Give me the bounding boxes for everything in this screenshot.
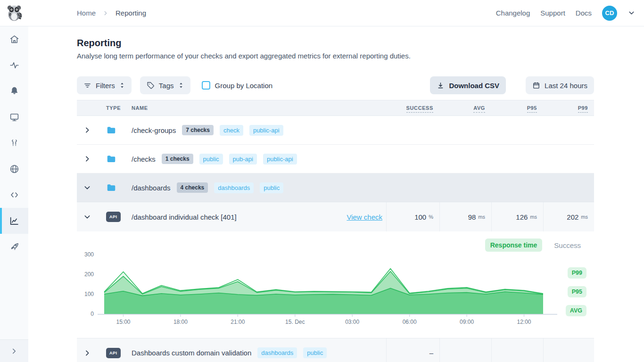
activity-icon xyxy=(9,60,19,70)
account-menu-chevron-icon[interactable] xyxy=(627,9,636,17)
toolbar: Filters Tags Group by Location Download … xyxy=(77,76,594,94)
changelog-link[interactable]: Changelog xyxy=(496,9,530,17)
sidebar-item-snippets[interactable] xyxy=(0,182,28,208)
svg-text:03:00: 03:00 xyxy=(345,319,359,325)
col-avg[interactable]: AVG xyxy=(439,105,491,111)
legend-avg: AVG xyxy=(566,305,586,316)
sidebar-item-quickstart[interactable] xyxy=(0,234,28,260)
sidebar-expand-button[interactable] xyxy=(0,339,28,362)
download-csv-button[interactable]: Download CSV xyxy=(430,76,506,94)
download-csv-label: Download CSV xyxy=(449,82,499,90)
folder-icon xyxy=(106,154,116,164)
p95-cell: 126ms xyxy=(491,202,543,231)
success-cell: 100% xyxy=(386,202,439,231)
monitor-icon xyxy=(9,112,19,122)
svg-text:200: 200 xyxy=(84,271,94,278)
sort-arrows-icon xyxy=(178,82,184,89)
bell-icon xyxy=(9,86,19,96)
topbar: Home Reporting Changelog Support Docs CD xyxy=(0,0,644,26)
expand-row-button[interactable] xyxy=(77,349,98,357)
legend-p95: P95 xyxy=(568,286,586,297)
p99-cell: 202ms xyxy=(543,202,594,231)
row-name[interactable]: /check-groups xyxy=(132,126,176,134)
svg-text:18:00: 18:00 xyxy=(173,319,188,325)
col-p99[interactable]: P99 xyxy=(543,105,594,111)
check-count-badge: 7 checks xyxy=(182,125,214,135)
col-name: NAME xyxy=(132,105,386,111)
tag-pill[interactable]: dashboards xyxy=(257,347,297,358)
filters-button[interactable]: Filters xyxy=(77,76,132,94)
date-range-button[interactable]: Last 24 hours xyxy=(526,76,594,94)
group-by-location-checkbox[interactable] xyxy=(202,81,210,90)
expand-row-button[interactable] xyxy=(77,126,98,134)
tag-pill[interactable]: pub-api xyxy=(229,154,257,165)
reporting-table: TYPE NAME SUCCESS AVG P95 P99 /check-gro… xyxy=(77,100,594,362)
tag-pill[interactable]: public-api xyxy=(263,154,297,165)
chevron-down-icon xyxy=(83,184,91,191)
filters-label: Filters xyxy=(96,82,115,90)
tag-pill[interactable]: public xyxy=(260,182,283,193)
rocket-icon xyxy=(9,242,19,252)
collapse-row-button[interactable] xyxy=(77,184,98,191)
breadcrumb-current: Reporting xyxy=(116,9,146,17)
svg-text:300: 300 xyxy=(84,251,94,258)
row-name[interactable]: Dashboards custom domain validation xyxy=(132,349,251,357)
sidebar-item-private-locations[interactable] xyxy=(0,156,28,182)
table-header: TYPE NAME SUCCESS AVG P95 P99 xyxy=(77,100,594,116)
avg-cell: 98ms xyxy=(439,202,491,231)
sidebar-item-home[interactable] xyxy=(0,26,28,52)
breadcrumb-chevron-icon xyxy=(102,10,109,16)
date-range-label: Last 24 hours xyxy=(545,82,587,90)
filter-icon xyxy=(83,82,91,90)
check-count-badge: 4 checks xyxy=(177,182,208,193)
row-name[interactable]: /checks xyxy=(132,155,156,163)
view-check-link[interactable]: View check xyxy=(347,213,382,221)
success-cell: – xyxy=(386,338,439,362)
api-type-badge: API xyxy=(106,212,121,222)
sidebar-item-checks[interactable] xyxy=(0,52,28,78)
sidebar-item-reporting[interactable] xyxy=(0,208,28,234)
calendar-icon xyxy=(532,82,540,90)
maintenance-icon xyxy=(9,138,19,148)
tag-pill[interactable]: public xyxy=(303,347,327,358)
collapse-row-button[interactable] xyxy=(77,213,98,221)
sidebar-item-alerts[interactable] xyxy=(0,78,28,104)
chevron-right-icon xyxy=(83,155,91,163)
tags-label: Tags xyxy=(159,82,174,90)
expand-row-button[interactable] xyxy=(77,155,98,163)
col-type: TYPE xyxy=(98,105,132,111)
support-link[interactable]: Support xyxy=(540,9,565,17)
chart-icon xyxy=(9,216,19,226)
tab-success[interactable]: Success xyxy=(554,241,581,249)
group-by-location-option: Group by Location xyxy=(202,81,273,90)
home-icon xyxy=(9,34,19,44)
breadcrumb: Home Reporting xyxy=(77,9,146,17)
docs-link[interactable]: Docs xyxy=(576,9,592,17)
svg-text:06:00: 06:00 xyxy=(403,319,417,325)
download-icon xyxy=(437,82,445,90)
chevron-right-icon xyxy=(83,349,91,357)
tag-pill[interactable]: public xyxy=(199,154,223,165)
breadcrumb-home-link[interactable]: Home xyxy=(77,9,96,17)
tag-pill[interactable]: dashboards xyxy=(214,182,254,193)
avatar[interactable]: CD xyxy=(602,6,617,21)
tag-pill[interactable]: public-api xyxy=(249,125,283,136)
sidebar xyxy=(0,26,28,362)
tags-button[interactable]: Tags xyxy=(140,76,190,94)
chevron-right-icon xyxy=(83,126,91,134)
sidebar-item-dashboards[interactable] xyxy=(0,104,28,130)
tag-pill[interactable]: check xyxy=(220,125,243,136)
sidebar-item-maintenance[interactable] xyxy=(0,130,28,156)
table-row-dashboards: /dashboards 4 checks dashboards public xyxy=(77,173,594,202)
col-success[interactable]: SUCCESS xyxy=(386,105,439,111)
row-name[interactable]: /dashboards xyxy=(132,184,171,192)
topnav: Changelog Support Docs CD xyxy=(496,6,636,21)
app-logo-raccoon-icon[interactable] xyxy=(6,4,24,22)
chevron-right-icon xyxy=(10,347,18,355)
folder-icon xyxy=(106,125,116,135)
sort-arrows-icon xyxy=(119,82,125,89)
col-p95[interactable]: P95 xyxy=(491,105,543,111)
p99-cell xyxy=(543,338,594,362)
table-row-custom-domain-validation: API Dashboards custom domain validation … xyxy=(77,338,594,362)
code-icon xyxy=(9,190,19,200)
